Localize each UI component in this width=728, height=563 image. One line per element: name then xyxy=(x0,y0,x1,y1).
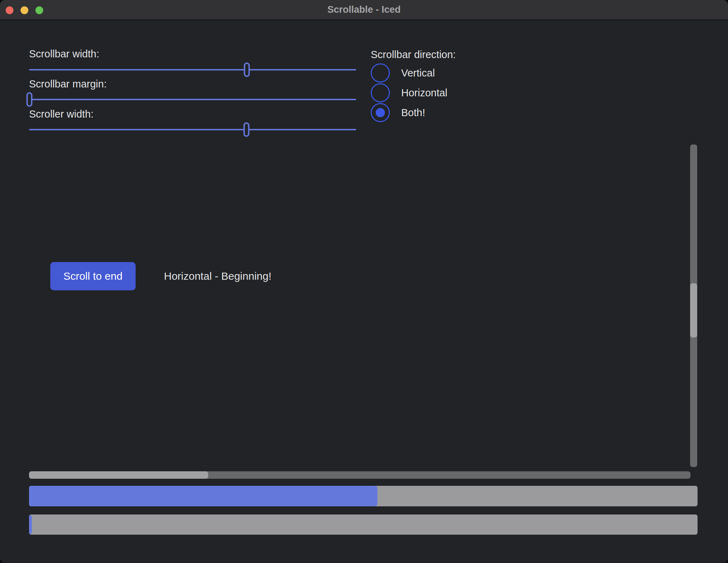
slider-track[interactable] xyxy=(29,129,356,130)
title-bar: Scrollable - Iced xyxy=(0,0,728,20)
app-window: Scrollable - Iced Scrollbar width: Scrol… xyxy=(0,0,728,563)
window-title: Scrollable - Iced xyxy=(0,0,728,19)
scroll-to-end-button[interactable]: Scroll to end xyxy=(50,262,136,290)
radio-circle-icon[interactable] xyxy=(371,103,390,122)
scrollbar-margin-label: Scrollbar margin: xyxy=(29,78,107,90)
radio-dot-icon xyxy=(376,108,385,117)
vertical-scrollbar-track[interactable] xyxy=(690,144,697,467)
vertical-scrollbar-thumb[interactable] xyxy=(690,283,697,337)
scrollbar-width-slider[interactable] xyxy=(29,61,356,78)
radio-vertical-label: Vertical xyxy=(401,67,435,79)
radio-both-label: Both! xyxy=(401,107,425,119)
slider-handle[interactable] xyxy=(26,92,32,107)
slider-track[interactable] xyxy=(29,69,356,70)
radio-vertical[interactable]: Vertical xyxy=(371,63,456,83)
vertical-progress-bar xyxy=(29,514,698,535)
horizontal-scrollbar-track[interactable] xyxy=(29,471,690,479)
scroller-width-label: Scroller width: xyxy=(29,108,93,120)
progress-fill xyxy=(29,514,32,535)
radio-circle-icon[interactable] xyxy=(371,63,390,83)
radio-circle-icon[interactable] xyxy=(371,83,390,102)
scrollbar-width-label: Scrollbar width: xyxy=(29,47,99,60)
horizontal-progress-bar xyxy=(29,486,698,506)
scrollbar-margin-slider[interactable] xyxy=(29,91,356,108)
scrollbar-direction-label: Scrollbar direction: xyxy=(371,48,456,61)
slider-handle[interactable] xyxy=(244,123,250,137)
scrollbar-direction-group: Scrollbar direction: Vertical Horizontal… xyxy=(371,48,456,123)
horizontal-scrollbar-thumb[interactable] xyxy=(29,471,208,479)
scroller-width-slider[interactable] xyxy=(29,121,356,138)
scroll-status-text: Horizontal - Beginning! xyxy=(164,262,272,290)
slider-track[interactable] xyxy=(29,99,356,100)
radio-both[interactable]: Both! xyxy=(371,103,456,123)
radio-horizontal[interactable]: Horizontal xyxy=(371,83,456,103)
radio-horizontal-label: Horizontal xyxy=(401,87,448,99)
progress-fill xyxy=(29,486,377,506)
slider-handle[interactable] xyxy=(244,63,250,77)
